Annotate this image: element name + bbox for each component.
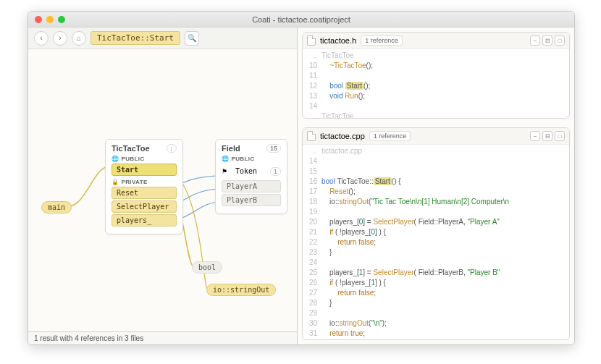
ref-badge-cpp: 1 reference	[369, 131, 411, 141]
titlebar: Coati - tictactoe.coatiproject	[28, 12, 574, 27]
section-private: 🔒 PRIVATE	[112, 179, 177, 185]
forward-button[interactable]: ›	[53, 31, 67, 46]
node-main[interactable]: main	[41, 201, 72, 213]
member-players[interactable]: players_	[112, 214, 177, 227]
status-bar: 1 result with 4 references in 3 files	[28, 331, 297, 344]
member-token[interactable]: Token	[230, 165, 267, 177]
panel-head-h: tictactoe.h 1 reference − ⊟ □	[303, 33, 569, 49]
panel-max-button[interactable]: □	[555, 131, 565, 141]
section-public: 🌐 PUBLIC	[112, 156, 177, 162]
symbol-breadcrumb[interactable]: TicTacToe::Start	[91, 31, 180, 45]
back-button[interactable]: ‹	[34, 31, 49, 46]
card-title-field: Field	[222, 144, 240, 153]
app-window: Coati - tictactoe.coatiproject ‹ › ⌂ Tic…	[28, 11, 575, 345]
panel-head-cpp: tictactoe.cpp 1 reference − ⊟ □	[303, 128, 569, 145]
search-button[interactable]: 🔍	[185, 31, 199, 46]
file-icon	[307, 131, 316, 141]
card-expand-icon[interactable]: ↓	[167, 144, 177, 153]
zoom-icon[interactable]	[58, 16, 65, 23]
panel-min-button[interactable]: −	[530, 35, 540, 46]
code-view-cpp[interactable]: ..tictactoe.cpp141516bool TicTacToe::Sta…	[303, 145, 569, 339]
node-bool[interactable]: bool	[192, 261, 222, 274]
panel-max-button[interactable]: □	[555, 35, 565, 46]
member-reset[interactable]: Reset	[112, 187, 177, 199]
node-iostringout[interactable]: io::stringOut	[206, 284, 276, 296]
card-count-field[interactable]: 15	[266, 144, 281, 153]
close-icon[interactable]	[35, 16, 42, 23]
code-view-h[interactable]: ..TicTacToe10 ~TicTacToe();1112 bool Sta…	[303, 49, 569, 118]
panel-min-button[interactable]: −	[530, 131, 540, 141]
right-pane: tictactoe.h 1 reference − ⊟ □ ..TicTacTo…	[298, 27, 574, 344]
member-start[interactable]: Start	[112, 164, 177, 176]
member-selectplayer[interactable]: SelectPlayer	[112, 200, 177, 213]
card-title-tictactoe: TicTacToe	[112, 144, 150, 153]
file-icon	[307, 35, 316, 46]
member-playerb[interactable]: PlayerB	[222, 194, 281, 206]
home-button[interactable]: ⌂	[72, 31, 86, 46]
graph-canvas[interactable]: main TicTacToe ↓ 🌐 PUBLIC Start 🔒 PRIVAT…	[28, 49, 297, 331]
panel-snippet-button[interactable]: ⊟	[542, 35, 552, 46]
file-name-cpp[interactable]: tictactoe.cpp	[320, 132, 365, 140]
panel-header-file: tictactoe.h 1 reference − ⊟ □ ..TicTacTo…	[302, 32, 570, 119]
section-public-field: 🌐 PUBLIC	[222, 156, 281, 162]
panel-snippet-button[interactable]: ⊟	[542, 131, 552, 141]
card-tictactoe[interactable]: TicTacToe ↓ 🌐 PUBLIC Start 🔒 PRIVATE Res…	[105, 139, 183, 234]
status-text: 1 result with 4 references in 3 files	[34, 334, 143, 342]
window-title: Coati - tictactoe.coatiproject	[28, 15, 574, 24]
toolbar: ‹ › ⌂ TicTacToe::Start 🔍	[28, 27, 297, 49]
token-count: 1	[270, 167, 281, 176]
card-field[interactable]: Field 15 🌐 PUBLIC ⚑ Token 1 PlayerA Play…	[215, 139, 287, 214]
member-playera[interactable]: PlayerA	[222, 180, 281, 192]
traffic-lights	[28, 16, 65, 23]
panel-source-file: tictactoe.cpp 1 reference − ⊟ □ ..tictac…	[302, 127, 570, 340]
minimize-icon[interactable]	[46, 16, 54, 23]
file-name-h[interactable]: tictactoe.h	[320, 36, 356, 45]
left-pane: ‹ › ⌂ TicTacToe::Start 🔍 main	[28, 27, 298, 344]
ref-badge-h: 1 reference	[361, 35, 403, 46]
content-split: ‹ › ⌂ TicTacToe::Start 🔍 main	[28, 27, 574, 344]
